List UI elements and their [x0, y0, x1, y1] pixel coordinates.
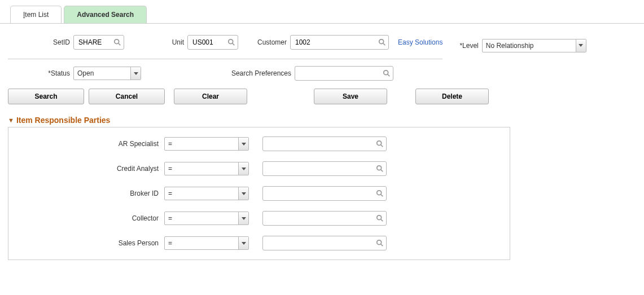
ar-specialist-label: AR Specialist: [17, 140, 164, 148]
search-icon[interactable]: [376, 140, 384, 148]
tab-item-list[interactable]: Item Listdocument.currentScript.previous…: [10, 6, 62, 23]
search-pref-label: Search Preferences: [144, 69, 291, 77]
tab-advanced-search[interactable]: Advanced Search: [64, 6, 147, 23]
search-pref-input-group: [295, 66, 393, 81]
svg-point-2: [229, 39, 233, 44]
svg-point-12: [377, 191, 382, 195]
collector-op[interactable]: =: [164, 212, 249, 225]
tab-bar: Item Listdocument.currentScript.previous…: [0, 0, 644, 24]
triangle-down-icon: ▼: [8, 117, 14, 124]
search-pref-input[interactable]: [297, 69, 383, 77]
collector-value-group: [262, 211, 387, 226]
unit-label: Unit: [128, 38, 184, 46]
ar-specialist-op[interactable]: =: [164, 137, 249, 151]
status-dropdown[interactable]: Open: [73, 67, 141, 80]
party-row: Credit Analyst =: [17, 161, 501, 176]
credit-analyst-value-group: [262, 161, 387, 176]
svg-point-6: [384, 71, 388, 75]
credit-analyst-label: Credit Analyst: [17, 165, 164, 173]
svg-point-14: [377, 215, 382, 220]
criteria-row-2: *Status Open Search Preferences: [8, 59, 630, 86]
status-value: Open: [74, 69, 130, 77]
clear-button[interactable]: Clear: [174, 89, 247, 104]
search-icon[interactable]: [376, 214, 384, 222]
section-title: Item Responsible Parties: [16, 116, 111, 125]
sales-person-op[interactable]: =: [164, 236, 249, 250]
svg-line-9: [381, 145, 383, 147]
setid-input[interactable]: [76, 38, 113, 46]
chevron-down-icon[interactable]: [238, 212, 248, 224]
ar-specialist-value[interactable]: [265, 140, 376, 148]
chevron-down-icon[interactable]: [238, 162, 248, 175]
sales-person-value[interactable]: [265, 239, 376, 247]
svg-point-4: [379, 39, 384, 44]
svg-line-1: [119, 43, 121, 46]
easy-solutions-link[interactable]: Easy Solutions: [398, 38, 443, 46]
responsible-parties-box: AR Specialist = Credit Analyst = Broker: [8, 127, 510, 260]
chevron-down-icon[interactable]: [576, 39, 586, 52]
credit-analyst-value[interactable]: [265, 165, 376, 173]
cancel-button[interactable]: Cancel: [89, 89, 165, 104]
search-icon[interactable]: [227, 38, 235, 46]
credit-analyst-op[interactable]: =: [164, 162, 249, 175]
status-label: *Status: [8, 69, 70, 77]
level-value: No Relationship: [483, 42, 576, 50]
search-icon[interactable]: [383, 69, 391, 77]
party-row: Sales Person =: [17, 236, 501, 250]
section-toggle[interactable]: ▼ Item Responsible Parties: [8, 116, 630, 125]
customer-input-group: [290, 35, 389, 50]
chevron-down-icon[interactable]: [238, 237, 248, 249]
svg-line-11: [381, 170, 383, 172]
level-label: *Level: [459, 42, 478, 50]
svg-line-7: [388, 74, 390, 77]
broker-id-value[interactable]: [265, 190, 376, 197]
search-button[interactable]: Search: [8, 89, 84, 104]
collector-value[interactable]: [265, 214, 376, 222]
customer-label: Customer: [242, 38, 287, 46]
delete-button[interactable]: Delete: [415, 89, 489, 104]
svg-line-13: [381, 195, 383, 197]
chevron-down-icon[interactable]: [130, 67, 141, 80]
broker-id-label: Broker ID: [17, 190, 164, 197]
button-row: Search Cancel Clear Save Delete: [8, 86, 630, 116]
svg-point-10: [377, 166, 382, 170]
ar-specialist-value-group: [262, 137, 387, 151]
party-row: Broker ID =: [17, 186, 501, 201]
chevron-down-icon[interactable]: [238, 138, 248, 150]
search-icon[interactable]: [378, 38, 386, 46]
broker-id-op[interactable]: =: [164, 187, 249, 200]
svg-line-3: [233, 43, 235, 46]
unit-input-group: [187, 35, 238, 50]
broker-id-value-group: [262, 186, 387, 201]
svg-line-15: [381, 219, 383, 222]
search-icon[interactable]: [113, 38, 121, 46]
sales-person-value-group: [262, 236, 387, 250]
party-row: Collector =: [17, 211, 501, 226]
level-dropdown[interactable]: No Relationship: [482, 39, 586, 52]
unit-input[interactable]: [190, 38, 227, 46]
svg-point-0: [115, 39, 119, 44]
save-button[interactable]: Save: [314, 89, 387, 104]
svg-line-17: [381, 244, 383, 246]
party-row: AR Specialist =: [17, 137, 501, 151]
customer-input[interactable]: [293, 38, 378, 46]
criteria-row-1: SetID Unit Customer Easy Solutions: [8, 32, 443, 59]
svg-line-5: [383, 43, 385, 46]
collector-label: Collector: [17, 214, 164, 222]
setid-input-group: [73, 35, 124, 50]
setid-label: SetID: [8, 38, 70, 46]
sales-person-label: Sales Person: [17, 239, 164, 247]
svg-point-8: [377, 141, 382, 146]
search-icon[interactable]: [376, 165, 384, 173]
search-icon[interactable]: [376, 239, 384, 247]
chevron-down-icon[interactable]: [238, 187, 248, 200]
search-icon[interactable]: [376, 190, 384, 197]
svg-point-16: [377, 240, 382, 245]
